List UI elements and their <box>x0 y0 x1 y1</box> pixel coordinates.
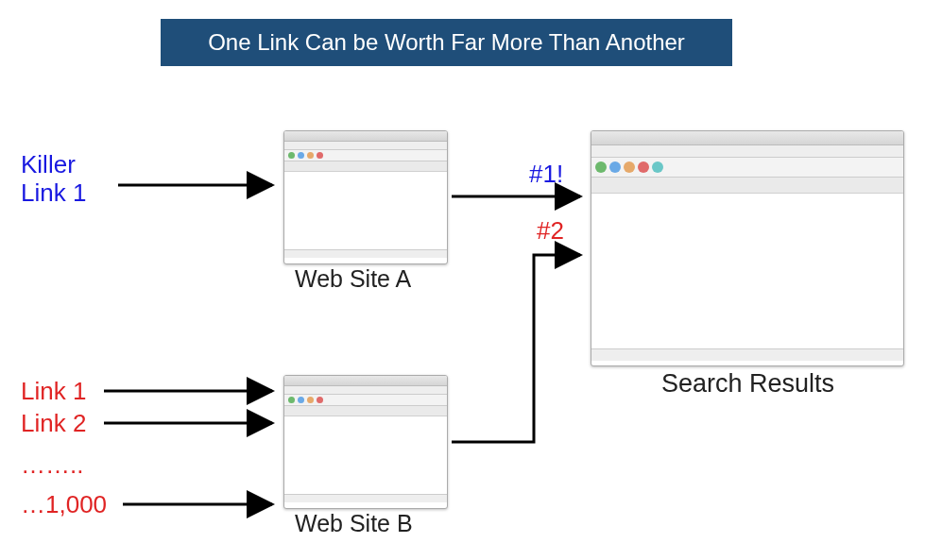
toolbar-icon <box>638 161 649 173</box>
rank-2-label: #2 <box>537 217 564 245</box>
toolbar-icon <box>298 397 304 403</box>
window-bookmark-bar <box>284 406 447 416</box>
website-b-window <box>283 375 448 509</box>
window-titlebar <box>284 131 447 142</box>
window-content <box>284 416 447 494</box>
window-status-bar <box>284 494 447 502</box>
window-toolbar <box>591 158 903 178</box>
title-text: One Link Can be Worth Far More Than Anot… <box>208 29 685 56</box>
link-2-label: Link 2 <box>21 410 86 437</box>
window-toolbar <box>284 150 447 161</box>
window-content <box>591 194 903 348</box>
window-tabbar <box>284 386 447 395</box>
window-titlebar <box>591 131 903 145</box>
toolbar-icon <box>307 397 314 403</box>
website-a-label: Web Site A <box>295 266 411 293</box>
search-results-window <box>591 130 904 366</box>
toolbar-icon <box>288 397 295 403</box>
toolbar-icon <box>652 161 663 173</box>
website-b-label: Web Site B <box>295 511 413 537</box>
toolbar-icon <box>288 152 295 159</box>
window-bookmark-bar <box>591 178 903 194</box>
link-1-label: Link 1 <box>21 378 86 405</box>
link-1000-label: …1,000 <box>21 491 107 518</box>
window-titlebar <box>284 376 447 386</box>
window-content <box>284 172 447 249</box>
killer-link-label-2: Link 1 <box>21 179 86 207</box>
toolbar-icon <box>609 161 621 173</box>
search-results-label: Search Results <box>661 370 834 399</box>
title-banner: One Link Can be Worth Far More Than Anot… <box>161 19 732 66</box>
toolbar-icon <box>317 152 323 159</box>
toolbar-icon <box>317 397 323 403</box>
window-tabbar <box>284 142 447 150</box>
toolbar-icon <box>307 152 314 159</box>
window-tabbar <box>591 145 903 158</box>
website-a-window <box>283 130 448 264</box>
links-ellipsis: …….. <box>21 451 83 479</box>
arrow-b-to-search <box>452 255 580 442</box>
window-status-bar <box>284 249 447 258</box>
window-status-bar <box>591 348 903 361</box>
window-toolbar <box>284 395 447 406</box>
rank-1-label: #1! <box>529 161 563 188</box>
toolbar-icon <box>298 152 304 159</box>
toolbar-icon <box>624 161 635 173</box>
window-bookmark-bar <box>284 161 447 172</box>
toolbar-icon <box>595 161 607 173</box>
killer-link-label-1: Killer <box>21 151 76 178</box>
